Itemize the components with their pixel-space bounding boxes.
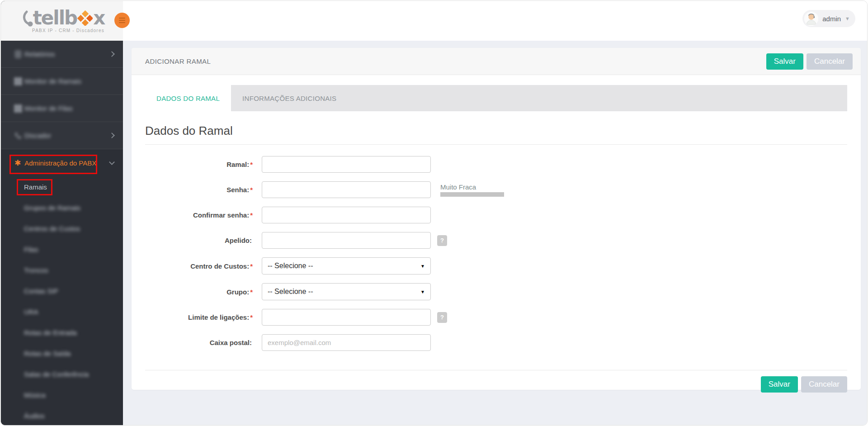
apelido-label: Apelido: (145, 237, 262, 244)
select-value: -- Selecione -- (268, 262, 313, 270)
sidebar: tellb x PABX IP - CRM - Discadores (1, 1, 123, 425)
select-arrow-icon: ▼ (420, 264, 425, 269)
tab-bar: DADOS DO RAMAL INFORMAÇÕES ADICIONAIS (145, 85, 847, 111)
form-row-apelido: Apelido: ? (145, 232, 847, 249)
submenu-item-troncos[interactable]: Troncos (1, 260, 123, 280)
submenu-item-ura[interactable]: URA (1, 301, 123, 322)
grupo-label: Grupo:* (145, 288, 262, 296)
help-icon[interactable]: ? (437, 235, 447, 246)
logo-text-right: x (93, 9, 104, 28)
required-asterisk: * (250, 186, 253, 194)
submenu-item-audios[interactable]: Áudios (1, 405, 123, 426)
sidebar-item-label: Discador (24, 132, 51, 139)
headset-icon (19, 9, 33, 28)
ramal-form: Ramal:* Senha:* Muito Fraca Confirmar se… (145, 156, 847, 351)
confirmar-senha-input[interactable] (262, 207, 431, 223)
ramal-label: Ramal:* (145, 161, 262, 168)
logo-text-left: tellb (33, 9, 77, 28)
sidebar-item-monitor-de-filas[interactable]: Monitor de Filas (1, 95, 123, 122)
submenu-item-contas-sip[interactable]: Contas SIP (1, 280, 123, 301)
cancel-button-bottom[interactable]: Cancelar (801, 376, 847, 393)
save-button-bottom[interactable]: Salvar (761, 376, 798, 393)
sidebar-item-administracao-do-pabx[interactable]: ✱ Administração do PABX (1, 149, 123, 176)
caixa-postal-label: Caixa postal: (145, 339, 262, 346)
grid-icon (14, 105, 22, 112)
main-content: ADICIONAR RAMAL Salvar Cancelar DADOS DO… (123, 41, 867, 425)
limite-de-ligacoes-label: Limite de ligações:* (145, 313, 262, 321)
submenu-item-filas[interactable]: Filas (1, 239, 123, 260)
password-strength-bar (440, 192, 504, 197)
section-title: Dados do Ramal (145, 124, 847, 145)
submenu-item-label: Música (24, 391, 46, 399)
sidebar-toggle-button[interactable] (114, 13, 130, 28)
sidebar-item-label: Monitor de Ramais (24, 77, 81, 85)
avatar (804, 12, 818, 26)
ramal-input[interactable] (262, 156, 431, 173)
select-value: -- Selecione -- (268, 288, 313, 296)
password-strength-label: Muito Fraca (440, 183, 504, 191)
submenu-item-musica[interactable]: Música (1, 384, 123, 405)
sidebar-item-discador[interactable]: Discador (1, 122, 123, 149)
submenu-item-label: Troncos (24, 266, 48, 274)
topbar: admin ▼ (123, 1, 867, 41)
grid-icon (14, 78, 22, 85)
card-header: ADICIONAR RAMAL Salvar Cancelar (132, 48, 861, 75)
sidebar-menu: Relatórios Monitor de Ramais Monitor de … (1, 41, 123, 426)
required-asterisk: * (250, 288, 253, 296)
sidebar-item-relatorios[interactable]: Relatórios (1, 41, 123, 68)
cancel-button-top[interactable]: Cancelar (807, 53, 853, 70)
form-row-caixa-postal: Caixa postal: (145, 334, 847, 351)
user-menu[interactable]: admin ▼ (802, 10, 855, 27)
submenu-item-label: Centros de Custos (24, 225, 80, 232)
submenu-item-label: Ramais (24, 183, 47, 191)
help-icon[interactable]: ? (437, 312, 447, 323)
logo-area: tellb x PABX IP - CRM - Discadores (1, 1, 123, 41)
pabx-submenu: Ramais Grupos de Ramais Centros de Custo… (1, 176, 123, 426)
submenu-item-label: Grupos de Ramais (24, 204, 80, 212)
logo-tagline: PABX IP - CRM - Discadores (32, 28, 104, 33)
submenu-item-salas-de-conferencia[interactable]: Salas de Conferência (1, 364, 123, 384)
tab-informacoes-adicionais[interactable]: INFORMAÇÕES ADICIONAIS (231, 85, 348, 111)
submenu-item-grupos-de-ramais[interactable]: Grupos de Ramais (1, 197, 123, 218)
confirmar-senha-label: Confirmar senha:* (145, 211, 262, 219)
limite-de-ligacoes-input[interactable] (262, 309, 431, 326)
submenu-item-label: Salas de Conferência (24, 370, 89, 378)
caixa-postal-input[interactable] (262, 334, 431, 351)
submenu-item-label: Rotas de Entrada (24, 329, 77, 336)
centro-de-custos-label: Centro de Custos:* (145, 262, 262, 270)
form-row-grupo: Grupo:* -- Selecione -- ▼ (145, 283, 847, 300)
senha-label: Senha:* (145, 186, 262, 194)
footer-actions: Salvar Cancelar (145, 376, 847, 393)
form-row-confirmar-senha: Confirmar senha:* (145, 207, 847, 223)
card-body: DADOS DO RAMAL INFORMAÇÕES ADICIONAIS Da… (132, 75, 861, 393)
caret-down-icon: ▼ (845, 16, 850, 21)
asterisk-icon: ✱ (14, 159, 21, 167)
apelido-input[interactable] (262, 232, 431, 249)
sidebar-item-monitor-de-ramais[interactable]: Monitor de Ramais (1, 68, 123, 95)
centro-de-custos-select[interactable]: -- Selecione -- ▼ (262, 257, 431, 275)
senha-input[interactable] (262, 181, 431, 198)
save-button-top[interactable]: Salvar (766, 53, 803, 70)
form-row-limite-de-ligacoes: Limite de ligações:* ? (145, 309, 847, 326)
submenu-item-rotas-de-saida[interactable]: Rotas de Saída (1, 343, 123, 364)
submenu-item-label: URA (24, 308, 38, 316)
page-title: ADICIONAR RAMAL (145, 57, 211, 65)
submenu-item-rotas-de-entrada[interactable]: Rotas de Entrada (1, 322, 123, 343)
chevron-right-icon (109, 133, 115, 138)
sidebar-item-label: Administração do PABX (24, 159, 96, 167)
sidebar-item-label: Relatórios (24, 50, 55, 58)
submenu-item-ramais[interactable]: Ramais (1, 176, 123, 197)
required-asterisk: * (250, 161, 253, 168)
form-row-centro-de-custos: Centro de Custos:* -- Selecione -- ▼ (145, 257, 847, 275)
tellbox-logo: tellb x PABX IP - CRM - Discadores (19, 9, 105, 33)
submenu-item-label: Contas SIP (24, 287, 58, 295)
logo-diamond-icon (77, 10, 93, 26)
submenu-item-label: Áudios (24, 412, 45, 420)
grupo-select[interactable]: -- Selecione -- ▼ (262, 283, 431, 300)
tab-dados-do-ramal[interactable]: DADOS DO RAMAL (145, 85, 231, 111)
submenu-item-label: Filas (24, 246, 38, 253)
required-asterisk: * (250, 262, 253, 270)
submenu-item-centros-de-custos[interactable]: Centros de Custos (1, 218, 123, 239)
required-asterisk: * (250, 313, 253, 321)
select-arrow-icon: ▼ (420, 289, 425, 294)
